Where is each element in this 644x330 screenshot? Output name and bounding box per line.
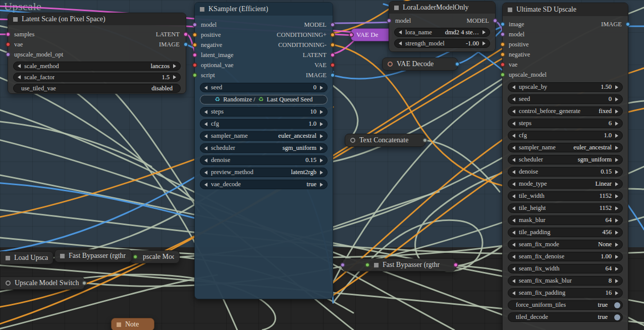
widget-scale-method[interactable]: scale_method lanczos <box>13 62 181 71</box>
collapse-icon[interactable] <box>6 281 11 286</box>
arrow-right-icon[interactable] <box>615 170 618 174</box>
arrow-right-icon[interactable] <box>615 146 618 150</box>
widget-lora-name[interactable]: lora_name dmd2 4 ste… <box>394 28 490 37</box>
widget-cfg[interactable]: cfg 1.0 <box>508 131 623 140</box>
widget-seam-fix-padding[interactable]: seam_fix_padding 16 <box>508 288 623 298</box>
input-port-negative[interactable] <box>500 52 505 57</box>
widget-strength-model[interactable]: strength_model -1.00 <box>394 39 490 48</box>
node-graph-canvas[interactable]: Upscale <box>0 0 644 330</box>
widget-steps[interactable]: steps 10 <box>200 107 328 117</box>
widget-upscale-by[interactable]: upscale_by 1.50 <box>508 82 623 92</box>
widget-control-before-generate[interactable]: control_before_generate fixed <box>508 106 623 116</box>
arrow-right-icon[interactable] <box>615 291 618 295</box>
arrow-right-icon[interactable] <box>173 64 176 68</box>
arrow-left-icon[interactable] <box>512 134 515 138</box>
arrow-left-icon[interactable] <box>204 110 207 114</box>
output-port[interactable] <box>422 138 427 143</box>
widget-preview-method[interactable]: preview_method latent2rgb <box>200 168 328 177</box>
collapse-icon[interactable] <box>350 138 355 143</box>
arrow-right-icon[interactable] <box>615 109 618 114</box>
arrow-right-icon[interactable] <box>615 218 618 223</box>
widget-cfg[interactable]: cfg 1.0 <box>200 119 328 129</box>
arrow-left-icon[interactable] <box>512 218 515 223</box>
output-port-vae[interactable] <box>330 63 335 68</box>
arrow-right-icon[interactable] <box>320 86 323 90</box>
arrow-right-icon[interactable] <box>482 30 486 34</box>
widget-tile-height[interactable]: tile_height 1152 <box>508 203 623 213</box>
input-port-vae[interactable] <box>500 62 505 67</box>
widget-sampler-name[interactable]: sampler_name euler_ancestral <box>508 143 623 152</box>
arrow-right-icon[interactable] <box>615 267 618 271</box>
arrow-left-icon[interactable] <box>204 86 207 90</box>
arrow-left-icon[interactable] <box>512 146 515 150</box>
output-port-model[interactable] <box>493 18 498 23</box>
input-port-positive[interactable] <box>500 42 505 47</box>
output-port-latent[interactable] <box>183 32 188 37</box>
arrow-right-icon[interactable] <box>320 171 323 175</box>
input-port-model[interactable] <box>500 32 505 37</box>
arrow-left-icon[interactable] <box>512 182 515 186</box>
arrow-left-icon[interactable] <box>512 122 515 126</box>
arrow-left-icon[interactable] <box>512 231 515 235</box>
toggle-tiled-decode[interactable]: tiled_decode true <box>508 312 623 322</box>
output-port-image[interactable] <box>330 73 335 78</box>
arrow-right-icon[interactable] <box>173 75 176 79</box>
node-header-ultimate-sd-upscale[interactable]: Ultimate SD Upscale <box>503 3 628 16</box>
input-port-samples[interactable] <box>6 32 11 37</box>
arrow-left-icon[interactable] <box>512 97 515 101</box>
input-port-positive[interactable] <box>192 32 197 37</box>
output-port[interactable] <box>82 281 87 286</box>
input-port-optional-vae[interactable] <box>192 63 197 68</box>
arrow-left-icon[interactable] <box>512 255 515 259</box>
collapse-icon[interactable] <box>394 6 399 10</box>
input-port[interactable] <box>133 254 138 259</box>
arrow-left-icon[interactable] <box>399 41 402 45</box>
arrow-right-icon[interactable] <box>320 134 323 138</box>
arrow-left-icon[interactable] <box>512 194 515 198</box>
widget-steps[interactable]: steps 6 <box>508 119 623 128</box>
toggle-knob[interactable] <box>614 314 620 320</box>
arrow-left-icon[interactable] <box>204 183 207 187</box>
widget-seam-fix-denoise[interactable]: seam_fix_denoise 1.00 <box>508 252 623 261</box>
randomize-seed-button[interactable]: ♻ Randomize / ♻ Last Queued Seed <box>200 95 328 104</box>
collapse-icon[interactable] <box>13 17 18 22</box>
arrow-left-icon[interactable] <box>512 279 515 283</box>
arrow-right-icon[interactable] <box>615 255 618 259</box>
node-lora-loader-model-only[interactable]: LoraLoaderModelOnly model MODEL lora_nam… <box>389 1 496 52</box>
arrow-left-icon[interactable] <box>18 64 21 68</box>
arrow-right-icon[interactable] <box>615 231 618 235</box>
input-port-model[interactable] <box>192 22 197 27</box>
collapse-icon[interactable] <box>117 322 121 327</box>
widget-seam-fix-mode[interactable]: seam_fix_mode None <box>508 240 623 249</box>
node-fast-bypasser-b[interactable]: Fast Bypasser (rgthr <box>342 258 456 271</box>
input-port-upscale-model[interactable] <box>500 72 505 77</box>
input-port-script[interactable] <box>192 73 197 78</box>
collapse-icon[interactable] <box>508 8 512 12</box>
node-latent-scale[interactable]: Latent Scale (on Pixel Space) samples LA… <box>8 13 186 94</box>
arrow-right-icon[interactable] <box>615 158 618 162</box>
widget-vae-decode[interactable]: vae_decode true <box>200 180 328 189</box>
arrow-right-icon[interactable] <box>615 206 618 210</box>
arrow-left-icon[interactable] <box>512 243 515 247</box>
arrow-right-icon[interactable] <box>615 279 618 283</box>
collapse-icon[interactable] <box>6 256 10 260</box>
widget-seam-fix-mask-blur[interactable]: seam_fix_mask_blur 8 <box>508 276 623 286</box>
arrow-left-icon[interactable] <box>204 122 207 126</box>
arrow-left-icon[interactable] <box>204 158 207 162</box>
arrow-right-icon[interactable] <box>482 41 486 45</box>
input-port-image[interactable] <box>500 22 505 27</box>
output-port-image[interactable] <box>183 42 188 47</box>
input-port-upscale-model-opt[interactable] <box>6 52 11 57</box>
widget-scale-factor[interactable]: scale_factor 1.5 <box>13 73 181 82</box>
widget-mask-blur[interactable]: mask_blur 64 <box>508 215 623 225</box>
arrow-right-icon[interactable] <box>615 97 618 101</box>
arrow-left-icon[interactable] <box>204 134 207 138</box>
arrow-right-icon[interactable] <box>320 146 323 150</box>
input-port[interactable] <box>349 32 354 37</box>
toggle-force-uniform-tiles[interactable]: force_uniform_tiles true <box>508 300 623 310</box>
output-port-conditioning-plus[interactable] <box>330 32 335 37</box>
arrow-left-icon[interactable] <box>204 171 207 175</box>
node-upscale-model-switch[interactable]: Upscale Model Switch <box>0 277 85 290</box>
collapse-icon[interactable] <box>200 7 204 12</box>
arrow-left-icon[interactable] <box>512 267 515 271</box>
